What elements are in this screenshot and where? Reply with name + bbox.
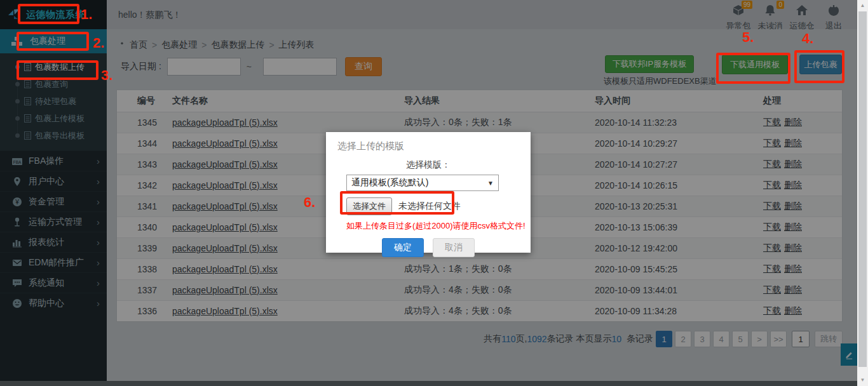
annotation-label-1: 1. — [81, 6, 92, 23]
vertical-scrollbar[interactable]: ▲ ▼ — [857, 0, 868, 386]
annotation-label-6: 6. — [304, 194, 315, 211]
annotation-box-2 — [17, 32, 89, 51]
annotation-box-3 — [17, 60, 98, 80]
dialog-title: 选择上传的模版 — [326, 132, 531, 152]
annotation-box-6 — [340, 191, 454, 215]
annotation-label-3: 3. — [101, 67, 112, 84]
dropdown-arrow-icon: ▼ — [487, 180, 494, 187]
annotation-box-5 — [716, 53, 790, 84]
template-select-value: 通用模板(系统默认) — [351, 177, 428, 189]
annotation-label-4: 4. — [802, 30, 813, 47]
dialog-actions: 确定 取消 — [326, 238, 531, 257]
annotation-label-2: 2. — [93, 35, 104, 51]
scroll-down-icon[interactable]: ▼ — [857, 377, 868, 383]
annotation-label-5: 5. — [742, 29, 754, 46]
csv-warning-text: 如果上传条目过多(超过2000)请使用csv格式文件! — [346, 220, 531, 232]
annotation-box-1 — [18, 4, 79, 24]
confirm-button[interactable]: 确定 — [382, 238, 424, 257]
scroll-up-icon[interactable]: ▲ — [857, 3, 868, 8]
template-select-label: 选择模版： — [326, 159, 531, 171]
cancel-button[interactable]: 取消 — [433, 238, 475, 257]
template-select[interactable]: 通用模板(系统默认) ▼ — [346, 175, 499, 191]
annotation-box-4 — [794, 50, 844, 83]
scrollbar-thumb[interactable] — [858, 11, 867, 367]
app-window: 运德物流系统 包裹处理 包裹数据上传 包裹查询 待处理包裹 — [0, 0, 868, 386]
